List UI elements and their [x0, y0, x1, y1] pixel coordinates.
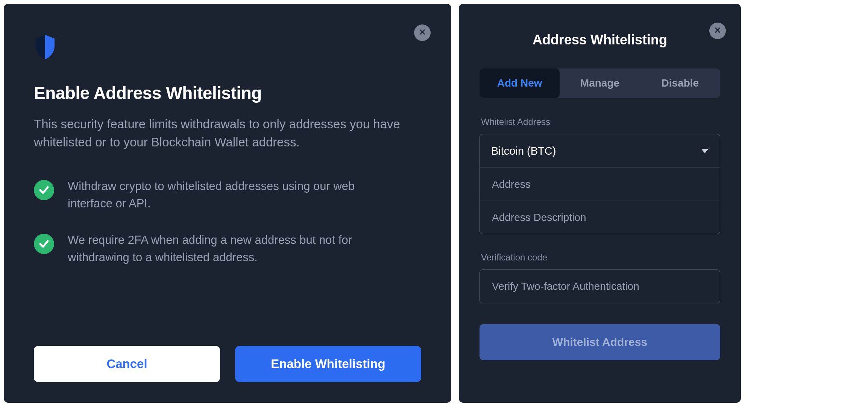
tab-add-new[interactable]: Add New	[480, 69, 560, 98]
close-icon	[713, 26, 722, 36]
feature-item: We require 2FA when adding a new address…	[34, 231, 421, 266]
modal-title: Enable Address Whitelisting	[34, 83, 421, 103]
check-icon	[34, 180, 54, 200]
verification-code-input[interactable]	[491, 269, 709, 303]
shield-icon	[34, 34, 421, 60]
tab-bar: Add New Manage Disable	[480, 69, 720, 98]
verification-code-label: Verification code	[481, 252, 720, 263]
whitelist-address-group: Bitcoin (BTC)	[480, 134, 720, 234]
cancel-button[interactable]: Cancel	[34, 346, 220, 382]
whitelist-address-button[interactable]: Whitelist Address	[480, 324, 720, 360]
modal-subtitle: This security feature limits withdrawals…	[34, 115, 410, 151]
address-input[interactable]	[491, 167, 709, 201]
tab-label: Manage	[580, 77, 619, 89]
tab-label: Add New	[497, 77, 542, 89]
check-icon	[34, 234, 54, 254]
enable-whitelisting-modal: Enable Address Whitelisting This securit…	[4, 4, 451, 403]
currency-select[interactable]: Bitcoin (BTC)	[480, 134, 720, 167]
enable-button-label: Enable Whitelisting	[271, 357, 385, 371]
whitelist-button-label: Whitelist Address	[552, 336, 647, 349]
currency-selected-value: Bitcoin (BTC)	[491, 145, 556, 157]
address-description-input[interactable]	[491, 201, 709, 234]
address-whitelisting-modal: Address Whitelisting Add New Manage Disa…	[459, 4, 741, 403]
tab-manage[interactable]: Manage	[560, 69, 640, 98]
cancel-button-label: Cancel	[106, 357, 147, 371]
feature-text: We require 2FA when adding a new address…	[68, 231, 399, 266]
feature-text: Withdraw crypto to whitelisted addresses…	[68, 178, 399, 213]
tab-label: Disable	[662, 77, 699, 89]
feature-item: Withdraw crypto to whitelisted addresses…	[34, 178, 421, 213]
whitelist-address-label: Whitelist Address	[481, 117, 720, 127]
modal-title: Address Whitelisting	[480, 32, 720, 48]
close-button[interactable]	[414, 24, 431, 41]
tab-disable[interactable]: Disable	[640, 69, 720, 98]
close-button[interactable]	[709, 23, 726, 39]
enable-whitelisting-button[interactable]: Enable Whitelisting	[235, 346, 421, 382]
close-icon	[418, 28, 426, 38]
chevron-down-icon	[701, 149, 709, 153]
